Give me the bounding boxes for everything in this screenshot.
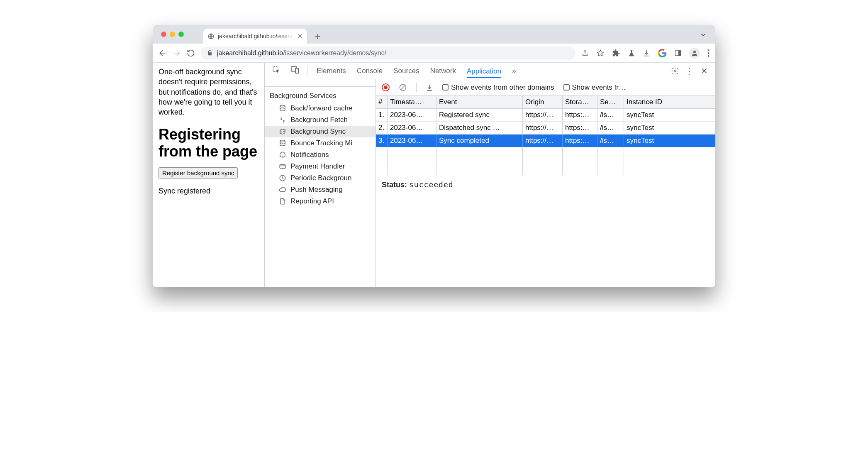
col-storage[interactable]: Stora… bbox=[563, 96, 597, 108]
svg-rect-9 bbox=[295, 68, 298, 73]
svg-point-10 bbox=[674, 70, 676, 72]
record-button[interactable] bbox=[382, 83, 390, 91]
sidebar-item-label: Bounce Tracking Mi bbox=[290, 139, 352, 147]
sidebar-item-bgfetch[interactable]: Background Fetch bbox=[265, 114, 375, 126]
svg-point-11 bbox=[280, 105, 285, 108]
sidebar-section-title: Background Services bbox=[265, 89, 375, 103]
tab-title: jakearchibald.github.io/isservic bbox=[218, 33, 294, 39]
cb-other-domains[interactable]: Show events from other domains bbox=[442, 83, 554, 92]
reload-button[interactable] bbox=[187, 49, 195, 57]
minimize-window-button[interactable] bbox=[170, 32, 175, 37]
page-heading: Registering from the page bbox=[158, 126, 258, 160]
globe-icon bbox=[207, 33, 215, 40]
devtools-panel: Elements Console Sources Network Applica… bbox=[264, 63, 715, 287]
application-sidebar: Background Services Back/forward cache B… bbox=[265, 79, 376, 287]
devtools-tab-elements[interactable]: Elements bbox=[317, 67, 346, 75]
svg-point-4 bbox=[708, 49, 710, 51]
sidebar-item-periodic[interactable]: Periodic Backgroun bbox=[265, 172, 375, 184]
bookmark-star-icon[interactable] bbox=[596, 49, 605, 57]
sidebar-item-bgsync[interactable]: Background Sync bbox=[265, 126, 375, 137]
devtools-tab-application[interactable]: Application bbox=[467, 67, 501, 78]
svg-point-3 bbox=[693, 51, 696, 53]
sidebar-item-notifications[interactable]: Notifications bbox=[265, 149, 375, 161]
devtools-settings-icon[interactable] bbox=[671, 67, 679, 75]
url-text: jakearchibald.github.io/isserviceworkerr… bbox=[217, 49, 386, 57]
page-intro: One-off background sync doesn't require … bbox=[158, 67, 258, 117]
col-instance[interactable]: Instance ID bbox=[624, 96, 687, 108]
google-logo-icon[interactable] bbox=[658, 49, 667, 58]
device-toggle-icon[interactable] bbox=[290, 65, 298, 76]
col-origin[interactable]: Origin bbox=[523, 96, 563, 108]
save-events-icon[interactable] bbox=[426, 84, 433, 91]
col-scope[interactable]: Se… bbox=[597, 96, 624, 108]
table-blank bbox=[376, 147, 715, 175]
sidebar-item-label: Reporting API bbox=[290, 197, 334, 205]
kebab-menu-icon[interactable] bbox=[707, 49, 710, 57]
page-content: One-off background sync doesn't require … bbox=[153, 63, 264, 287]
sidebar-item-label: Periodic Backgroun bbox=[290, 174, 351, 182]
svg-rect-2 bbox=[679, 51, 681, 56]
sidebar-item-bfcache[interactable]: Back/forward cache bbox=[265, 103, 375, 114]
sidebar-item-push[interactable]: Push Messaging bbox=[265, 184, 375, 196]
svg-point-5 bbox=[708, 52, 710, 54]
inspect-icon[interactable] bbox=[272, 66, 280, 76]
sidepanel-icon[interactable] bbox=[674, 49, 682, 57]
sidebar-item-label: Payment Handler bbox=[290, 162, 345, 171]
detail-label: Status: bbox=[382, 181, 407, 189]
browser-window: jakearchibald.github.io/isservic jakearc… bbox=[153, 25, 715, 287]
devtools-tab-sources[interactable]: Sources bbox=[393, 67, 419, 75]
clear-icon[interactable] bbox=[399, 83, 407, 92]
sidebar-item-label: Back/forward cache bbox=[290, 104, 352, 112]
sidebar-item-label: Notifications bbox=[290, 151, 329, 159]
sidebar-item-reporting[interactable]: Reporting API bbox=[265, 196, 375, 207]
events-table-header: # Timesta… Event Origin Stora… Se… Insta… bbox=[376, 96, 715, 109]
bgsync-panel: Show events from other domains Show even… bbox=[376, 79, 715, 287]
svg-point-6 bbox=[708, 55, 710, 57]
col-num[interactable]: # bbox=[376, 96, 388, 108]
sidebar-item-label: Background Fetch bbox=[290, 116, 348, 124]
devtools-tab-more[interactable]: » bbox=[512, 67, 516, 75]
close-window-button[interactable] bbox=[161, 32, 166, 37]
address-bar: jakearchibald.github.io/isserviceworkerr… bbox=[153, 44, 715, 63]
maximize-window-button[interactable] bbox=[178, 32, 184, 37]
event-detail: Status: succeeded bbox=[376, 175, 715, 194]
table-row[interactable]: 1. 2023-06… Registered sync https://… ht… bbox=[376, 109, 715, 122]
sidebar-item-bounce[interactable]: Bounce Tracking Mi bbox=[265, 137, 375, 149]
devtools-close-icon[interactable]: ✕ bbox=[701, 66, 708, 76]
back-button[interactable] bbox=[158, 49, 167, 58]
window-controls bbox=[161, 32, 184, 37]
share-icon[interactable] bbox=[581, 49, 589, 57]
svg-point-12 bbox=[280, 140, 285, 142]
cb-other-2[interactable]: Show events fr… bbox=[563, 83, 626, 92]
register-sync-button[interactable]: Register background sync bbox=[158, 167, 238, 179]
close-tab-icon[interactable] bbox=[297, 33, 303, 39]
content-area: One-off background sync doesn't require … bbox=[153, 63, 715, 287]
svg-rect-13 bbox=[280, 165, 285, 169]
page-status: Sync registered bbox=[158, 186, 258, 196]
new-tab-button[interactable] bbox=[314, 33, 321, 40]
col-event[interactable]: Event bbox=[436, 96, 523, 108]
sidebar-item-payment[interactable]: Payment Handler bbox=[265, 161, 375, 172]
devtools-menu-icon[interactable]: ⋮ bbox=[685, 66, 693, 76]
detail-value: succeeded bbox=[409, 180, 454, 189]
browser-tab[interactable]: jakearchibald.github.io/isservic bbox=[203, 29, 307, 44]
devtools-tabs: Elements Console Sources Network Applica… bbox=[265, 63, 715, 79]
extensions-icon[interactable] bbox=[612, 49, 620, 57]
table-row[interactable]: 3. 2023-06… Sync completed https://… htt… bbox=[376, 135, 715, 147]
sidebar-item-label: Push Messaging bbox=[290, 186, 343, 194]
table-row[interactable]: 2. 2023-06… Dispatched sync … https://… … bbox=[376, 122, 715, 135]
sidebar-item-label: Background Sync bbox=[290, 127, 346, 136]
url-field[interactable]: jakearchibald.github.io/isserviceworkerr… bbox=[201, 46, 575, 60]
bgsync-toolbar: Show events from other domains Show even… bbox=[376, 79, 715, 96]
labs-icon[interactable] bbox=[628, 49, 635, 57]
downloads-icon[interactable] bbox=[643, 49, 650, 57]
tabs-dropdown-icon[interactable] bbox=[700, 31, 707, 39]
tab-strip: jakearchibald.github.io/isservic bbox=[153, 25, 715, 44]
toolbar-right bbox=[581, 48, 710, 59]
devtools-tab-console[interactable]: Console bbox=[357, 67, 383, 75]
devtools-body: Background Services Back/forward cache B… bbox=[265, 79, 715, 287]
devtools-tab-network[interactable]: Network bbox=[430, 67, 456, 75]
forward-button[interactable] bbox=[173, 49, 181, 58]
profile-avatar[interactable] bbox=[689, 48, 700, 59]
col-ts[interactable]: Timesta… bbox=[388, 96, 436, 108]
